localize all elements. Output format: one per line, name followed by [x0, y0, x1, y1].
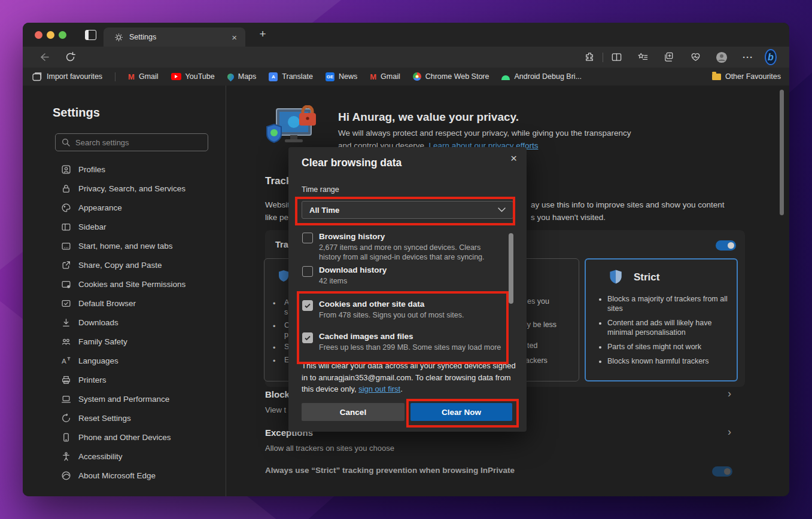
- tab-settings[interactable]: Settings ×: [104, 28, 245, 47]
- tab-groups-icon[interactable]: [85, 30, 96, 40]
- strict-bullet-list: Blocks a majority of trackers from all s…: [599, 294, 733, 371]
- sign-out-first-link[interactable]: sign out first: [358, 384, 400, 393]
- bookmark-import-favourites[interactable]: Import favourites: [32, 72, 102, 81]
- import-favourites-icon: [32, 72, 42, 81]
- checkbox-cookies-site-data[interactable]: Cookies and other site data From 478 sit…: [302, 300, 500, 320]
- gear-icon: [114, 33, 123, 42]
- lock-icon: [61, 184, 71, 194]
- split-screen-icon[interactable]: [610, 51, 622, 63]
- time-range-value: All Time: [309, 206, 339, 215]
- toolbar-actions: ··· b: [576, 51, 789, 63]
- exceptions-sub: Allow all trackers on sites you choose: [265, 444, 394, 453]
- other-favourites-button[interactable]: Other Favourites: [712, 68, 781, 86]
- tracking-prevention-heading: Track: [265, 175, 291, 187]
- back-icon[interactable]: [38, 51, 50, 63]
- edge-logo-icon: [61, 471, 71, 481]
- tab-bar: Settings × +: [23, 23, 789, 47]
- tab-close-icon[interactable]: ×: [229, 32, 239, 42]
- time-range-select[interactable]: All Time: [302, 201, 513, 219]
- sidebar-item-share-copy-paste[interactable]: Share, Copy and Paste: [23, 255, 226, 274]
- bing-chat-icon[interactable]: b: [765, 51, 777, 63]
- collections-icon[interactable]: [663, 51, 675, 63]
- sidebar-item-system-performance[interactable]: System and Performance: [23, 389, 226, 408]
- bookmark-chrome-web-store[interactable]: Chrome Web Store: [413, 72, 489, 81]
- share-icon: [61, 260, 71, 270]
- dialog-close-icon[interactable]: ×: [510, 152, 517, 165]
- browser-window-icon: [61, 241, 71, 251]
- check-icon: [304, 302, 311, 309]
- bookmark-news[interactable]: GENews: [326, 72, 357, 81]
- languages-icon: A: [61, 356, 71, 366]
- extensions-icon[interactable]: [583, 51, 595, 63]
- gmail-icon: M: [370, 72, 376, 81]
- checkbox-browsing-history[interactable]: Browsing history 2,677 items and more on…: [302, 232, 500, 262]
- settings-menu-icon[interactable]: ···: [742, 51, 754, 63]
- strict-card[interactable]: Strict Blocks a majority of trackers fro…: [585, 258, 738, 381]
- browser-window: Settings × + Edge edge://settings/clearB…: [23, 23, 789, 496]
- sidebar-item-sidebar[interactable]: Sidebar: [23, 217, 226, 236]
- page-scrollbar[interactable]: [780, 90, 784, 215]
- browser-essentials-icon[interactable]: [689, 51, 701, 63]
- sidebar-item-start-home-tabs[interactable]: Start, home, and new tabs: [23, 236, 226, 255]
- close-window-button[interactable]: [35, 31, 42, 39]
- chevron-right-icon[interactable]: ›: [728, 426, 731, 438]
- sidebar-item-accessibility[interactable]: Accessibility: [23, 447, 226, 466]
- search-settings-input[interactable]: Search settings: [55, 133, 208, 151]
- inprivate-strict-label: Always use “Strict” tracking prevention …: [265, 466, 515, 475]
- checkbox[interactable]: [302, 233, 313, 243]
- bookmark-translate[interactable]: ATranslate: [269, 72, 313, 81]
- palette-icon: [61, 203, 71, 213]
- bookmark-android-debug[interactable]: Android Debug Bri...: [501, 72, 582, 81]
- sidebar-item-appearance[interactable]: Appearance: [23, 198, 226, 217]
- toolbar-separator: [603, 53, 603, 62]
- profile-avatar[interactable]: [716, 51, 728, 63]
- blocked-trackers-sub: View t: [265, 405, 286, 414]
- laptop-icon: [61, 394, 71, 404]
- dialog-scrollbar[interactable]: [509, 233, 513, 304]
- settings-sidebar: Settings Search settings Profiles Privac…: [23, 86, 226, 496]
- sidebar-item-profiles[interactable]: Profiles: [23, 160, 226, 179]
- checkbox-cached-images-files[interactable]: Cached images and files Frees up less th…: [302, 332, 500, 352]
- blocked-trackers-heading[interactable]: Block: [265, 389, 290, 399]
- svg-text:A: A: [62, 357, 66, 365]
- shield-icon: [278, 270, 290, 283]
- check-icon: [304, 334, 311, 341]
- checkbox-download-history[interactable]: Download history 42 items: [302, 265, 500, 286]
- sidebar-item-downloads[interactable]: Downloads: [23, 313, 226, 332]
- accessibility-icon: [61, 451, 71, 462]
- hero-title: Hi Anurag, we value your privacy.: [338, 111, 519, 124]
- bookmark-youtube[interactable]: YouTube: [171, 72, 215, 81]
- sidebar-item-family-safety[interactable]: Family Safety: [23, 332, 226, 351]
- search-placeholder: Search settings: [75, 138, 129, 147]
- privacy-illustration: [262, 105, 325, 150]
- sidebar-item-privacy[interactable]: Privacy, Search, and Services: [23, 179, 226, 198]
- sidebar-title: Settings: [53, 106, 100, 120]
- sidebar-item-default-browser[interactable]: Default Browser: [23, 294, 226, 313]
- zoom-window-button[interactable]: [59, 31, 66, 39]
- time-range-label: Time range: [302, 185, 339, 194]
- tracking-prevention-toggle[interactable]: [716, 240, 736, 251]
- sidebar-item-printers[interactable]: Printers: [23, 370, 226, 389]
- dialog-title: Clear browsing data: [302, 157, 402, 169]
- refresh-icon[interactable]: [65, 51, 76, 63]
- clear-now-button[interactable]: Clear Now: [410, 403, 512, 421]
- inprivate-strict-toggle[interactable]: [712, 466, 732, 477]
- sidebar-item-about-edge[interactable]: About Microsoft Edge: [23, 466, 226, 485]
- gmail-icon: M: [128, 72, 135, 81]
- bookmark-maps[interactable]: Maps: [227, 72, 257, 81]
- cancel-button[interactable]: Cancel: [302, 403, 405, 421]
- new-tab-button[interactable]: +: [255, 26, 270, 42]
- sidebar-item-languages[interactable]: ALanguages: [23, 351, 226, 370]
- tab-title: Settings: [129, 33, 229, 41]
- bookmark-gmail-2[interactable]: MGmail: [370, 72, 400, 81]
- sidebar-item-phone-devices[interactable]: Phone and Other Devices: [23, 428, 226, 447]
- sidebar-item-reset-settings[interactable]: Reset Settings: [23, 408, 226, 428]
- checkbox[interactable]: [302, 332, 313, 343]
- checkbox[interactable]: [302, 300, 313, 311]
- bookmark-gmail[interactable]: MGmail: [128, 72, 159, 81]
- sidebar-item-cookies-permissions[interactable]: Cookies and Site Permissions: [23, 274, 226, 294]
- favorites-icon[interactable]: [637, 51, 649, 63]
- chevron-right-icon[interactable]: ›: [728, 387, 731, 400]
- checkbox[interactable]: [302, 266, 313, 277]
- minimize-window-button[interactable]: [47, 31, 54, 39]
